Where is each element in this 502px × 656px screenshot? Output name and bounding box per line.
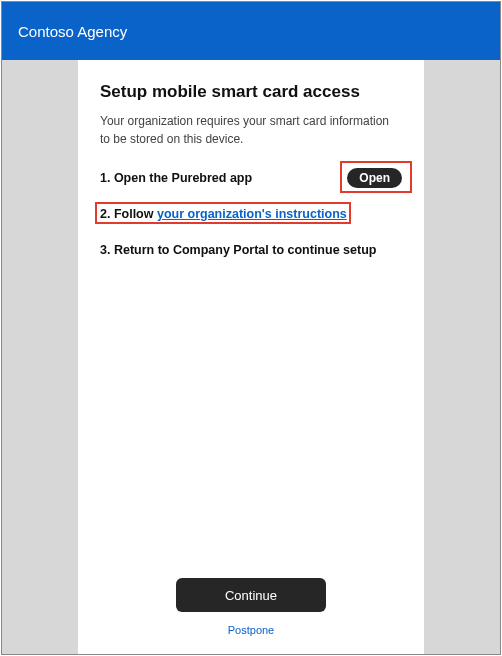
instructions-link[interactable]: your organization's instructions (157, 207, 347, 221)
content-panel: Setup mobile smart card access Your orga… (78, 60, 424, 654)
step-2-prefix: 2. Follow (100, 207, 157, 221)
page-subtitle: Your organization requires your smart ca… (100, 112, 402, 148)
open-button[interactable]: Open (347, 168, 402, 188)
content-outer: Setup mobile smart card access Your orga… (2, 60, 500, 654)
step-3-text: 3. Return to Company Portal to continue … (100, 240, 376, 260)
footer-actions: Continue Postpone (100, 578, 402, 636)
step-2-row: 2. Follow your organization's instructio… (100, 202, 402, 226)
step-1-row: 1. Open the Purebred app Open (100, 166, 402, 190)
org-name: Contoso Agency (18, 23, 127, 40)
steps-list: 1. Open the Purebred app Open 2. Follow … (100, 166, 402, 262)
step-2-text: 2. Follow your organization's instructio… (100, 204, 347, 224)
app-frame: Contoso Agency Setup mobile smart card a… (1, 1, 501, 655)
postpone-link[interactable]: Postpone (228, 624, 274, 636)
continue-button[interactable]: Continue (176, 578, 326, 612)
page-title: Setup mobile smart card access (100, 82, 402, 102)
header-bar: Contoso Agency (2, 2, 500, 60)
step-1-text: 1. Open the Purebred app (100, 168, 252, 188)
step-3-row: 3. Return to Company Portal to continue … (100, 238, 402, 262)
